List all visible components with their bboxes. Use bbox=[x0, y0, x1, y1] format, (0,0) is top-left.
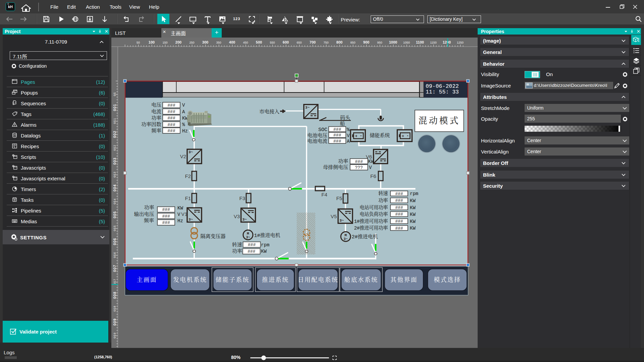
svg-text:1#推进电机: 1#推进电机 bbox=[254, 232, 280, 239]
svg-text:V1: V1 bbox=[181, 211, 187, 217]
svg-text:5: 5 bbox=[113, 335, 116, 336]
svg-text:+: + bbox=[355, 134, 357, 139]
svg-text:KW: KW bbox=[410, 226, 416, 231]
svg-text:0: 0 bbox=[113, 243, 117, 245]
svg-text:100: 100 bbox=[149, 40, 155, 44]
svg-text:混动模式: 混动模式 bbox=[418, 116, 460, 126]
svg-text:KW: KW bbox=[368, 159, 374, 164]
svg-text:0: 0 bbox=[113, 310, 116, 311]
svg-text:Hz: Hz bbox=[177, 218, 183, 224]
svg-text:850: 850 bbox=[350, 41, 355, 44]
svg-text:3~: 3~ bbox=[305, 106, 310, 110]
svg-text:1#推进可用功率: 1#推进可用功率 bbox=[354, 219, 388, 224]
svg-text:KW: KW bbox=[410, 205, 416, 210]
svg-text:2: 2 bbox=[113, 131, 117, 133]
svg-text:3: 3 bbox=[113, 172, 116, 173]
svg-text:5: 5 bbox=[113, 92, 116, 94]
svg-text:A: A bbox=[347, 139, 350, 144]
svg-text:8: 8 bbox=[113, 306, 116, 307]
svg-text:50: 50 bbox=[137, 41, 140, 44]
svg-text:1100: 1100 bbox=[416, 40, 424, 44]
svg-text:舱底水系统: 舱底水系统 bbox=[344, 277, 378, 284]
svg-text:0: 0 bbox=[113, 216, 117, 218]
svg-text:母排侧电压: 母排侧电压 bbox=[323, 164, 348, 171]
svg-text:A: A bbox=[182, 109, 185, 115]
svg-text:1: 1 bbox=[113, 118, 116, 120]
svg-text:###: ### bbox=[167, 128, 175, 133]
svg-text:4: 4 bbox=[113, 198, 116, 200]
svg-text:1050: 1050 bbox=[403, 41, 410, 44]
svg-text:V2: V2 bbox=[180, 154, 186, 159]
svg-text:0: 0 bbox=[113, 297, 117, 299]
svg-text:8: 8 bbox=[113, 292, 117, 294]
svg-text:200: 200 bbox=[175, 40, 181, 44]
svg-text:0: 0 bbox=[113, 189, 117, 191]
svg-text:400: 400 bbox=[229, 40, 235, 44]
svg-text:###: ### bbox=[167, 116, 175, 121]
svg-text:隔离变压器: 隔离变压器 bbox=[201, 234, 226, 240]
svg-text:11: 55: 33: 11: 55: 33 bbox=[426, 89, 459, 95]
svg-text:500: 500 bbox=[256, 40, 262, 44]
svg-text:3~: 3~ bbox=[344, 237, 348, 241]
svg-text:5: 5 bbox=[113, 308, 116, 309]
svg-text:0: 0 bbox=[113, 321, 117, 323]
svg-text:2#推进可用功率: 2#推进可用功率 bbox=[354, 225, 388, 231]
svg-text:###: ### bbox=[167, 109, 175, 114]
svg-text:0: 0 bbox=[113, 187, 117, 189]
svg-text:发电机系统: 发电机系统 bbox=[173, 277, 207, 284]
svg-text:0: 0 bbox=[113, 176, 116, 177]
svg-text:Hz: Hz bbox=[182, 128, 188, 134]
svg-text:###: ### bbox=[162, 214, 170, 219]
svg-text:5: 5 bbox=[113, 200, 116, 202]
svg-text:###: ### bbox=[355, 159, 363, 164]
svg-text:0: 0 bbox=[113, 270, 117, 272]
svg-text:1250: 1250 bbox=[457, 41, 464, 44]
svg-text:模式选择: 模式选择 bbox=[434, 276, 461, 284]
svg-text:V: V bbox=[177, 212, 180, 217]
svg-text:650: 650 bbox=[297, 41, 302, 44]
svg-text:M: M bbox=[247, 232, 249, 236]
svg-text:KW: KW bbox=[410, 219, 416, 224]
svg-text:日用配电系统: 日用配电系统 bbox=[298, 277, 338, 284]
svg-text:2#推进电机: 2#推进电机 bbox=[352, 234, 378, 240]
svg-text:###: ### bbox=[162, 220, 170, 225]
svg-text:4: 4 bbox=[113, 184, 117, 187]
svg-text:5: 5 bbox=[113, 225, 116, 227]
svg-text:储能子系统: 储能子系统 bbox=[216, 277, 250, 284]
svg-text:电流: 电流 bbox=[151, 109, 161, 115]
svg-text:F1: F1 bbox=[185, 195, 191, 201]
svg-text:350: 350 bbox=[216, 41, 221, 44]
svg-text:###: ### bbox=[395, 226, 403, 231]
svg-text:###: ### bbox=[395, 191, 403, 196]
svg-text:7: 7 bbox=[113, 279, 116, 281]
svg-text:800: 800 bbox=[336, 40, 342, 44]
svg-text:600: 600 bbox=[283, 40, 289, 44]
svg-text:0: 0 bbox=[113, 256, 116, 258]
svg-text:###: ### bbox=[333, 127, 341, 132]
svg-text:###: ### bbox=[167, 122, 175, 127]
svg-text:频率: 频率 bbox=[144, 218, 154, 224]
svg-text:SOC: SOC bbox=[318, 127, 327, 133]
svg-text:750: 750 bbox=[323, 41, 328, 44]
svg-text:###: ### bbox=[167, 103, 175, 108]
svg-text:推进系统: 推进系统 bbox=[262, 277, 289, 284]
svg-text:250: 250 bbox=[189, 41, 194, 44]
svg-text:###: ### bbox=[395, 212, 403, 217]
svg-text:9: 9 bbox=[113, 319, 117, 321]
svg-text:0: 0 bbox=[113, 323, 117, 325]
svg-text:0: 0 bbox=[113, 136, 117, 138]
svg-text:电站可用功率: 电站可用功率 bbox=[360, 204, 388, 210]
svg-text:F3: F3 bbox=[239, 195, 245, 201]
svg-text:3~: 3~ bbox=[189, 150, 193, 154]
svg-text:KW: KW bbox=[182, 116, 188, 121]
svg-text:V5: V5 bbox=[331, 214, 337, 219]
svg-text:0: 0 bbox=[113, 133, 117, 135]
svg-text:储能系统: 储能系统 bbox=[370, 132, 390, 139]
svg-text:%: % bbox=[182, 122, 185, 127]
svg-text:电站负荷功率: 电站负荷功率 bbox=[360, 211, 388, 217]
svg-text:功率: 功率 bbox=[232, 248, 242, 254]
svg-text:码头: 码头 bbox=[340, 115, 351, 121]
svg-text:其他界面: 其他界面 bbox=[390, 277, 418, 284]
svg-text:V3: V3 bbox=[234, 214, 240, 219]
svg-text:功率因数: 功率因数 bbox=[141, 122, 161, 128]
